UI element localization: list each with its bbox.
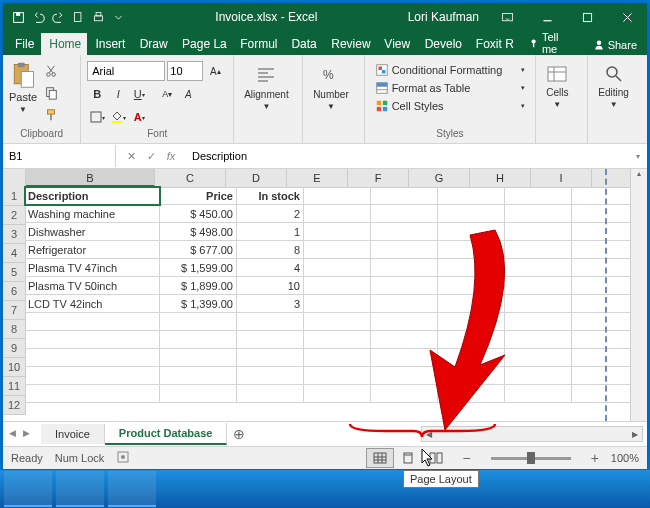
cell[interactable] <box>371 385 438 403</box>
tab-review[interactable]: Review <box>323 33 376 55</box>
column-header[interactable]: F <box>348 169 409 187</box>
cell[interactable]: Dishwasher <box>25 223 160 241</box>
select-all-corner[interactable] <box>3 169 26 187</box>
macro-record-icon[interactable] <box>116 450 130 466</box>
copy-icon[interactable] <box>41 83 61 103</box>
row-header[interactable]: 2 <box>3 206 26 225</box>
redo-icon[interactable] <box>49 8 67 26</box>
enter-formula-icon[interactable]: ✓ <box>142 147 160 165</box>
cell[interactable]: Description <box>25 187 160 205</box>
cell[interactable] <box>371 349 438 367</box>
cell[interactable] <box>371 367 438 385</box>
format-painter-icon[interactable] <box>41 105 61 125</box>
cell[interactable] <box>237 367 304 385</box>
cell[interactable] <box>160 313 237 331</box>
font-shrink-icon[interactable]: A▾ <box>157 84 177 104</box>
zoom-level[interactable]: 100% <box>611 452 639 464</box>
page-break-view-icon[interactable] <box>422 448 450 468</box>
cell[interactable] <box>160 331 237 349</box>
undo-icon[interactable] <box>29 8 47 26</box>
account-name[interactable]: Lori Kaufman <box>400 10 487 24</box>
taskbar-item[interactable] <box>56 471 104 507</box>
cell[interactable] <box>371 187 438 205</box>
tell-me[interactable]: Tell me <box>520 31 583 55</box>
cell[interactable] <box>438 331 505 349</box>
cell[interactable] <box>237 349 304 367</box>
cell[interactable] <box>505 331 572 349</box>
cell[interactable] <box>505 313 572 331</box>
conditional-formatting-button[interactable]: Conditional Formatting▾ <box>371 61 530 79</box>
cell[interactable] <box>25 385 160 403</box>
cell[interactable] <box>505 349 572 367</box>
cell[interactable] <box>25 349 160 367</box>
add-sheet-icon[interactable]: ⊕ <box>227 426 251 442</box>
cell[interactable] <box>371 295 438 313</box>
new-icon[interactable] <box>69 8 87 26</box>
cell[interactable]: $ 1,399.00 <box>160 295 237 313</box>
font-size-input[interactable] <box>167 61 203 81</box>
underline-button[interactable]: U▾ <box>129 84 149 104</box>
cell-styles-button[interactable]: Cell Styles▾ <box>371 97 530 115</box>
cell[interactable] <box>304 367 371 385</box>
name-box[interactable] <box>3 145 116 167</box>
cell[interactable] <box>505 295 572 313</box>
cell[interactable] <box>304 349 371 367</box>
tab-page-layout[interactable]: Page La <box>174 33 232 55</box>
editing-button[interactable]: Editing▼ <box>594 61 633 111</box>
cancel-formula-icon[interactable]: ✕ <box>122 147 140 165</box>
clear-format-icon[interactable]: A <box>178 84 198 104</box>
tab-developer[interactable]: Develo <box>417 33 468 55</box>
cell[interactable] <box>438 241 505 259</box>
cell[interactable] <box>505 223 572 241</box>
cell[interactable] <box>505 385 572 403</box>
cell[interactable] <box>371 259 438 277</box>
cell[interactable]: 1 <box>237 223 304 241</box>
cell[interactable]: $ 677.00 <box>160 241 237 259</box>
zoom-in-icon[interactable]: + <box>591 450 599 466</box>
italic-button[interactable]: I <box>108 84 128 104</box>
cell[interactable] <box>304 331 371 349</box>
cell[interactable] <box>438 277 505 295</box>
column-header[interactable]: E <box>287 169 348 187</box>
vertical-scrollbar[interactable]: ▴ <box>630 169 647 421</box>
fill-color-button[interactable]: ▾ <box>108 107 128 127</box>
cell[interactable] <box>505 367 572 385</box>
ribbon-options-icon[interactable] <box>487 3 527 31</box>
cell[interactable] <box>304 187 371 205</box>
cell[interactable]: 4 <box>237 259 304 277</box>
number-button[interactable]: %Number▼ <box>309 61 353 113</box>
cell[interactable]: Plasma TV 50inch <box>25 277 160 295</box>
minimize-icon[interactable] <box>527 3 567 31</box>
sheet-tab-invoice[interactable]: Invoice <box>41 424 105 444</box>
row-header[interactable]: 5 <box>3 263 26 282</box>
tab-home[interactable]: Home <box>41 33 87 55</box>
cell[interactable] <box>25 367 160 385</box>
horizontal-scrollbar[interactable]: ◀ ▶ <box>421 426 643 442</box>
row-header[interactable]: 10 <box>3 358 26 377</box>
qat-more-icon[interactable] <box>109 8 127 26</box>
hscroll-right-icon[interactable]: ▶ <box>628 428 642 440</box>
tab-formulas[interactable]: Formul <box>232 33 283 55</box>
tab-file[interactable]: File <box>7 33 41 55</box>
cell[interactable]: 10 <box>237 277 304 295</box>
row-header[interactable]: 9 <box>3 339 26 358</box>
cell[interactable] <box>25 331 160 349</box>
formula-bar[interactable] <box>186 145 629 167</box>
cell[interactable] <box>371 277 438 295</box>
row-header[interactable]: 6 <box>3 282 26 301</box>
close-icon[interactable] <box>607 3 647 31</box>
cell[interactable] <box>438 349 505 367</box>
cell[interactable]: $ 450.00 <box>160 205 237 223</box>
cell[interactable] <box>438 187 505 205</box>
cell[interactable] <box>237 385 304 403</box>
taskbar-item[interactable] <box>4 471 52 507</box>
taskbar-item[interactable] <box>108 471 156 507</box>
border-button[interactable]: ▾ <box>87 107 107 127</box>
cell[interactable] <box>371 331 438 349</box>
fx-icon[interactable]: fx <box>162 147 180 165</box>
cell[interactable] <box>304 259 371 277</box>
cell[interactable]: Washing machine <box>25 205 160 223</box>
format-as-table-button[interactable]: Format as Table▾ <box>371 79 530 97</box>
cell[interactable] <box>505 277 572 295</box>
cell[interactable] <box>505 259 572 277</box>
